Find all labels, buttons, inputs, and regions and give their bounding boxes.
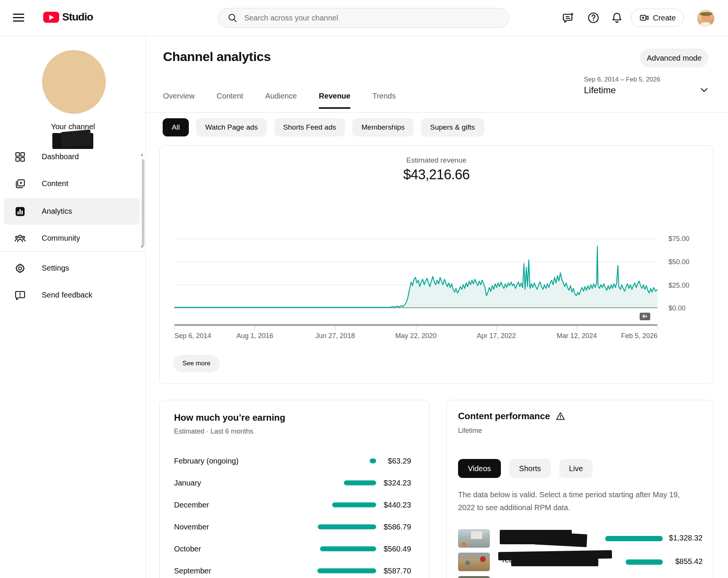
performance-card-title: Content performance: [458, 411, 550, 421]
earnings-value: $440.23: [378, 501, 411, 509]
create-button[interactable]: Create: [631, 9, 684, 27]
search-input[interactable]: [244, 14, 487, 22]
chevron-down-icon[interactable]: [698, 84, 710, 96]
sidebar-item-dashboard[interactable]: Dashboard: [0, 143, 140, 170]
earnings-row[interactable]: October $560.49: [160, 538, 429, 560]
x-axis-tick: Feb 5, 2026: [621, 332, 657, 340]
scrollbar-down-arrow[interactable]: ▼: [140, 244, 144, 249]
sidebar-item-content[interactable]: Content: [0, 170, 140, 197]
chip-supers-gifts[interactable]: Supers & gifts: [421, 118, 484, 136]
earnings-card: How much you’re earning Estimated · Last…: [159, 400, 430, 578]
video-thumbnail: [458, 529, 490, 548]
earnings-bar: [318, 525, 377, 529]
performance-tabs: Videos Shorts Live: [458, 459, 593, 478]
search-bar[interactable]: [218, 8, 509, 28]
warning-icon[interactable]: [555, 411, 565, 421]
sidebar-item-settings[interactable]: Settings: [0, 255, 140, 282]
earnings-row[interactable]: September $587.70: [160, 560, 429, 578]
date-range-picker[interactable]: Sep 6, 2014 – Feb 5, 2026 Lifetime: [584, 76, 660, 96]
chip-watch-page-ads[interactable]: Watch Page ads: [196, 118, 267, 136]
tab-videos[interactable]: Videos: [458, 459, 501, 478]
earnings-row[interactable]: November $586.79: [160, 516, 429, 538]
community-icon: [14, 233, 26, 244]
month-label: January: [174, 479, 201, 487]
date-range-text: Sep 6, 2014 – Feb 5, 2026: [584, 76, 660, 83]
brand-name: Studio: [62, 11, 93, 23]
chip-memberships[interactable]: Memberships: [352, 118, 414, 136]
youtube-studio-logo[interactable]: Studio: [43, 11, 93, 23]
revenue-line-chart[interactable]: [174, 214, 657, 312]
chip-shorts-feed-ads[interactable]: Shorts Feed ads: [274, 118, 345, 136]
earnings-value: $63.29: [378, 457, 411, 465]
video-row[interactable]: [458, 576, 703, 578]
revenue-bar: [626, 559, 663, 565]
earnings-bar: [317, 569, 376, 573]
feedback-icon: [14, 290, 26, 301]
month-label: October: [174, 545, 201, 553]
sidebar-item-analytics[interactable]: Analytics: [4, 198, 140, 225]
sidebar-item-label: Dashboard: [42, 152, 79, 161]
month-label: September: [174, 567, 211, 575]
whats-new-icon[interactable]: [562, 11, 575, 24]
page-title: Channel analytics: [163, 49, 271, 64]
video-thumbnail: [458, 553, 490, 571]
metric-label: Estimated revenue: [160, 156, 713, 164]
see-more-button[interactable]: See more: [173, 355, 220, 372]
title-redaction: [533, 531, 587, 547]
analytics-tabs: Overview Content Audience Revenue Trends: [163, 87, 396, 109]
channel-avatar[interactable]: [42, 50, 106, 114]
performance-card-subtitle: Lifetime: [458, 427, 482, 435]
help-icon[interactable]: [587, 11, 600, 24]
revenue-bar: [605, 536, 663, 541]
tab-audience[interactable]: Audience: [265, 87, 297, 109]
earnings-bar: [370, 459, 376, 464]
tab-content[interactable]: Content: [217, 87, 243, 109]
x-axis-tick: Apr 17, 2022: [477, 332, 516, 340]
account-avatar[interactable]: [697, 9, 714, 27]
sidebar-item-label: Content: [42, 179, 68, 188]
earnings-row[interactable]: December $440.23: [160, 494, 429, 516]
earnings-row[interactable]: January $324.23: [160, 472, 429, 494]
revenue-value: $855.42: [665, 557, 703, 566]
x-axis-tick: Sep 6, 2014: [174, 332, 211, 340]
x-axis-tick: Aug 1, 2016: [236, 332, 273, 340]
sidebar-item-label: Analytics: [42, 207, 72, 216]
create-label: Create: [653, 14, 676, 22]
sidebar-scrollbar[interactable]: [142, 159, 144, 246]
earnings-card-subtitle: Estimated · Last 6 months: [174, 428, 253, 435]
revenue-value: $1,328.32: [665, 534, 703, 542]
notifications-bell-icon[interactable]: [610, 11, 623, 24]
month-label: February (ongoing): [174, 457, 238, 465]
sidebar-item-label: Send feedback: [42, 291, 92, 299]
sidebar-item-send-feedback[interactable]: Send feedback: [0, 282, 140, 309]
tab-revenue[interactable]: Revenue: [319, 87, 350, 109]
video-row[interactable]: Team Fortress 2 Mann U… $855.42: [458, 553, 703, 574]
scrollbar-up-arrow[interactable]: ▲: [140, 152, 144, 157]
revenue-area-fill: [174, 246, 657, 308]
month-label: December: [174, 501, 209, 509]
sidebar-item-community[interactable]: Community: [0, 225, 140, 252]
video-row[interactable]: Team Fort… 2 …a… $1,328.32: [458, 529, 703, 550]
settings-gear-icon: [14, 263, 26, 274]
date-preset-label: Lifetime: [584, 85, 660, 96]
earnings-value: $587.70: [378, 567, 411, 575]
tab-shorts[interactable]: Shorts: [509, 459, 551, 478]
hidden-annotations-badge[interactable]: 9+: [640, 313, 650, 320]
dashboard-icon: [14, 151, 26, 163]
month-label: November: [174, 523, 209, 531]
earnings-bar: [332, 503, 376, 508]
search-icon: [228, 13, 237, 23]
topbar: Studio Create: [0, 0, 728, 36]
chip-all[interactable]: All: [163, 118, 189, 136]
earnings-row[interactable]: February (ongoing) $63.29: [160, 450, 429, 472]
tab-trends[interactable]: Trends: [372, 87, 396, 109]
analytics-icon: [14, 206, 26, 217]
menu-icon[interactable]: [13, 14, 24, 23]
y-axis-tick: $0.00: [668, 304, 686, 312]
sidebar: Your channel Dashboard Content Analytics…: [0, 36, 146, 578]
earnings-card-title: How much you’re earning: [174, 412, 285, 423]
rpm-data-note: The data below is valid. Select a time p…: [458, 488, 697, 514]
tab-live[interactable]: Live: [559, 459, 593, 478]
tab-overview[interactable]: Overview: [163, 87, 195, 109]
advanced-mode-button[interactable]: Advanced mode: [640, 49, 708, 67]
